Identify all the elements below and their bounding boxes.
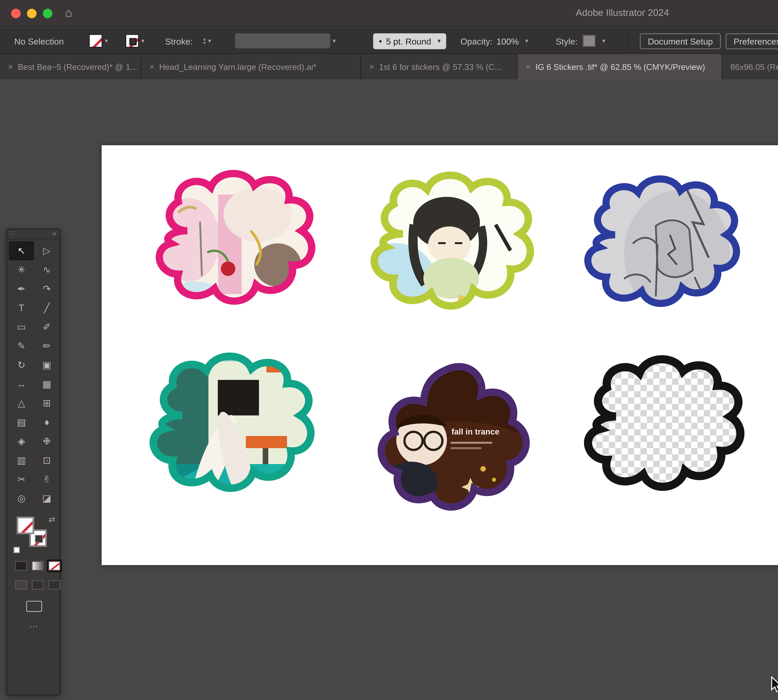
- none-button[interactable]: [48, 561, 60, 571]
- close-tab-icon[interactable]: ×: [8, 62, 13, 72]
- eraser-tool[interactable]: ◪: [34, 489, 59, 508]
- brush-preview: [235, 33, 330, 48]
- navy-sketch-cloud-sticker[interactable]: [566, 173, 753, 332]
- column-graph-tool[interactable]: ▥: [9, 451, 34, 470]
- zoom-tool[interactable]: ◎: [9, 489, 34, 508]
- navy-sticker-artwork: [571, 173, 748, 332]
- perspective-grid-tool[interactable]: △: [9, 394, 34, 413]
- tool-icon: ▣: [42, 360, 51, 370]
- pink-cloud-sticker[interactable]: [141, 168, 324, 330]
- purple-flower-sticker[interactable]: fall in trance: [352, 353, 542, 516]
- stroke-weight-stepper[interactable]: ▴▾▾: [200, 28, 211, 54]
- shaper-tool[interactable]: ✎: [9, 337, 34, 355]
- chartreuse-sticker-artwork: [355, 169, 542, 336]
- tool-icon: ▦: [42, 378, 51, 390]
- tools-panel-header[interactable]: ∷ «: [7, 229, 60, 240]
- screen-mode-button[interactable]: [26, 601, 42, 612]
- tool-icon: ▤: [17, 417, 26, 428]
- artboard[interactable]: fall in trance: [102, 145, 778, 565]
- fill-swatch[interactable]: ▾: [89, 28, 108, 54]
- type-tool[interactable]: T: [9, 298, 34, 317]
- eyedropper-tool[interactable]: ♦: [34, 413, 59, 432]
- close-tab-icon[interactable]: ×: [149, 62, 154, 72]
- document-tab-5[interactable]: 86x96.05 (Recovered...: [723, 54, 778, 79]
- pencil-tool[interactable]: ✏: [34, 337, 59, 355]
- draw-inside-button[interactable]: [48, 580, 60, 590]
- tools-panel: ∷ « ↖ ▷ ✳ ∿ ✒ ↷ T ╱ ▭ ✐ ✎ ✏ ↻ ▣ ↔ ▦ △ ⊞ …: [7, 228, 60, 695]
- preferences-button[interactable]: Preferences: [726, 28, 778, 54]
- color-type-buttons: [15, 561, 60, 571]
- gradient-button[interactable]: [32, 561, 44, 571]
- canvas-area[interactable]: fall in trance: [0, 79, 778, 700]
- tool-icon: ▭: [17, 322, 26, 332]
- document-tab-1[interactable]: ×Best Bea~5 (Recovered)* @ 1...: [0, 54, 141, 79]
- magic-wand-tool[interactable]: ✳: [9, 260, 34, 279]
- slice-tool[interactable]: ✂: [9, 470, 34, 489]
- tool-icon: ⊞: [43, 398, 51, 408]
- stroke-none-swatch-icon: [125, 34, 139, 48]
- document-tab-bar: ×Best Bea~5 (Recovered)* @ 1... ×Head_Le…: [0, 54, 778, 79]
- tool-icon: ⊡: [43, 455, 51, 466]
- edit-toolbar-icon[interactable]: ⋯: [29, 622, 38, 632]
- gradient-tool[interactable]: ▤: [9, 413, 34, 432]
- corner-style-dropdown[interactable]: ●5 pt. Round▾: [373, 28, 446, 54]
- document-tab-2[interactable]: ×Head_Learning Yarn.large (Recovered).ai…: [141, 54, 361, 79]
- tool-icon: ◈: [18, 436, 25, 447]
- teal-scene-cloud-sticker[interactable]: [132, 350, 326, 518]
- title-bar: ⌂ Adobe Illustrator 2024 Share: [0, 0, 778, 27]
- tool-icon: ∿: [43, 264, 51, 275]
- collapse-panel-icon[interactable]: «: [52, 229, 57, 237]
- tool-icon: ✏: [43, 340, 51, 352]
- mouse-cursor: [768, 676, 778, 693]
- color-button[interactable]: [15, 561, 27, 571]
- blend-tool[interactable]: ◈: [9, 432, 34, 451]
- swap-fill-stroke-icon[interactable]: ⇄: [48, 515, 55, 524]
- document-tab-4-active[interactable]: ×IG 6 Stickers .tif* @ 62.85 % (CMYK/Pre…: [518, 54, 723, 79]
- width-tool[interactable]: ↔: [9, 375, 34, 393]
- free-transform-tool[interactable]: ▦: [34, 375, 59, 393]
- opacity-control[interactable]: Opacity:100%▾: [461, 28, 528, 54]
- direct-selection-tool[interactable]: ▷: [34, 241, 59, 260]
- close-tab-icon[interactable]: ×: [369, 62, 374, 72]
- fill-stroke-control[interactable]: ⇄: [7, 515, 61, 560]
- rotate-tool[interactable]: ↻: [9, 356, 34, 375]
- paintbrush-tool[interactable]: ✐: [34, 317, 59, 337]
- symbol-sprayer-tool[interactable]: ❉: [34, 432, 59, 451]
- tool-icon: ✒: [17, 283, 25, 294]
- tool-icon: ✎: [17, 340, 25, 352]
- document-setup-button[interactable]: Document Setup: [640, 28, 721, 54]
- hand-tool[interactable]: ✌: [34, 470, 59, 489]
- scale-tool[interactable]: ▣: [34, 356, 59, 375]
- stroke-weight-label: Stroke:: [165, 28, 193, 54]
- tool-icon: ✐: [43, 322, 51, 332]
- tool-icon: ↔: [17, 378, 26, 390]
- empty-checker-cloud-sticker[interactable]: [566, 353, 756, 516]
- selection-tool[interactable]: ↖: [9, 241, 34, 260]
- lasso-tool[interactable]: ∿: [34, 260, 59, 279]
- tool-icon: ✳: [17, 264, 25, 275]
- fill-swatch-icon[interactable]: [17, 517, 34, 534]
- draw-mode-buttons: [15, 580, 60, 590]
- tool-icon: ↷: [43, 283, 51, 294]
- document-tab-3[interactable]: ×1st 6 for stickers @ 57.33 % (C...: [361, 54, 518, 79]
- tool-icon: ✌: [43, 474, 51, 485]
- line-segment-tool[interactable]: ╱: [34, 298, 59, 317]
- pink-sticker-artwork: [142, 168, 323, 330]
- tool-icon: ╱: [44, 302, 50, 313]
- close-tab-icon[interactable]: ×: [526, 62, 531, 72]
- style-dropdown[interactable]: Style:▾: [556, 28, 605, 54]
- mesh-tool[interactable]: ⊞: [34, 394, 59, 413]
- draw-behind-button[interactable]: [32, 580, 44, 590]
- curvature-tool[interactable]: ↷: [34, 279, 59, 298]
- tool-icon: ◎: [17, 493, 25, 504]
- pen-tool[interactable]: ✒: [9, 279, 34, 298]
- artboard-tool[interactable]: ⊡: [34, 451, 59, 470]
- default-fill-stroke-icon[interactable]: [13, 547, 20, 553]
- purple-sticker-artwork: fall in trance: [356, 353, 537, 516]
- brush-definition-dropdown[interactable]: ▾: [235, 28, 336, 54]
- rectangle-tool[interactable]: ▭: [9, 317, 34, 337]
- stroke-swatch[interactable]: ▾: [125, 28, 145, 54]
- draw-normal-button[interactable]: [15, 580, 27, 590]
- style-swatch: [582, 35, 595, 47]
- chartreuse-cloud-sticker[interactable]: [354, 169, 544, 336]
